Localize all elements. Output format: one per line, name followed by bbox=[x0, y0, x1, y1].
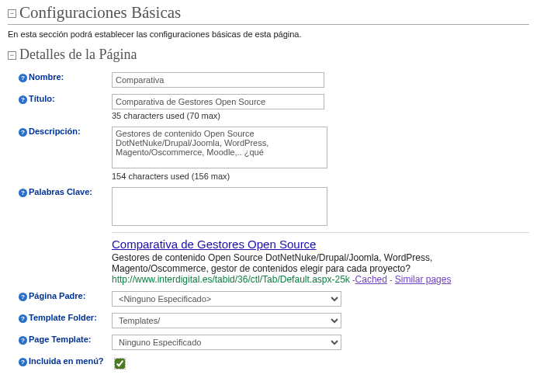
serp-preview: Comparativa de Gestores Open Source Gest… bbox=[112, 232, 529, 285]
help-icon[interactable]: ? bbox=[19, 128, 27, 137]
titulo-counter: 35 characters used (70 max) bbox=[112, 111, 529, 120]
label-incluida: Incluida en menú? bbox=[29, 356, 104, 366]
label-pagina-padre: Página Padre: bbox=[29, 291, 85, 300]
label-template-folder: Template Folder: bbox=[29, 313, 97, 322]
serp-title-link[interactable]: Comparativa de Gestores Open Source bbox=[112, 238, 316, 251]
label-descripcion: Descripción: bbox=[29, 127, 81, 136]
section-intro: En esta sección podrá establecer las con… bbox=[8, 29, 529, 39]
subsection-title: Detalles de la Página bbox=[19, 47, 137, 63]
collapse-icon[interactable]: − bbox=[8, 9, 16, 18]
template-folder-select[interactable]: Templates/ bbox=[112, 313, 341, 328]
collapse-icon[interactable]: − bbox=[8, 51, 16, 60]
help-icon[interactable]: ? bbox=[19, 189, 27, 197]
pagina-padre-select[interactable]: <Ninguno Especificado> bbox=[112, 291, 341, 307]
label-page-template: Page Template: bbox=[29, 335, 92, 344]
descripcion-counter: 154 characters used (156 max) bbox=[112, 172, 529, 181]
palabras-textarea[interactable] bbox=[112, 187, 327, 226]
label-nombre: Nombre: bbox=[29, 72, 64, 82]
help-icon[interactable]: ? bbox=[19, 336, 27, 345]
serp-description: Gestores de contenido Open Source DotNet… bbox=[112, 252, 529, 274]
serp-cached-link[interactable]: Cached bbox=[355, 274, 387, 285]
serp-similar-link[interactable]: Similar pages bbox=[395, 274, 452, 285]
label-palabras: Palabras Clave: bbox=[29, 187, 92, 196]
label-titulo: Título: bbox=[29, 94, 55, 103]
serp-url: http://www.interdigital.es/tabid/36/ctl/… bbox=[112, 274, 350, 285]
section-title: Configuraciones Básicas bbox=[19, 3, 181, 23]
help-icon[interactable]: ? bbox=[19, 314, 27, 323]
help-icon[interactable]: ? bbox=[19, 74, 27, 82]
page-template-select[interactable]: Ninguno Especificado bbox=[112, 335, 341, 350]
incluida-checkbox[interactable] bbox=[115, 359, 125, 369]
help-icon[interactable]: ? bbox=[19, 358, 27, 366]
help-icon[interactable]: ? bbox=[19, 293, 27, 301]
titulo-input[interactable] bbox=[112, 94, 324, 109]
nombre-input[interactable] bbox=[112, 72, 324, 88]
descripcion-textarea[interactable]: Gestores de contenido Open Source DotNet… bbox=[112, 127, 327, 168]
help-icon[interactable]: ? bbox=[19, 95, 27, 104]
